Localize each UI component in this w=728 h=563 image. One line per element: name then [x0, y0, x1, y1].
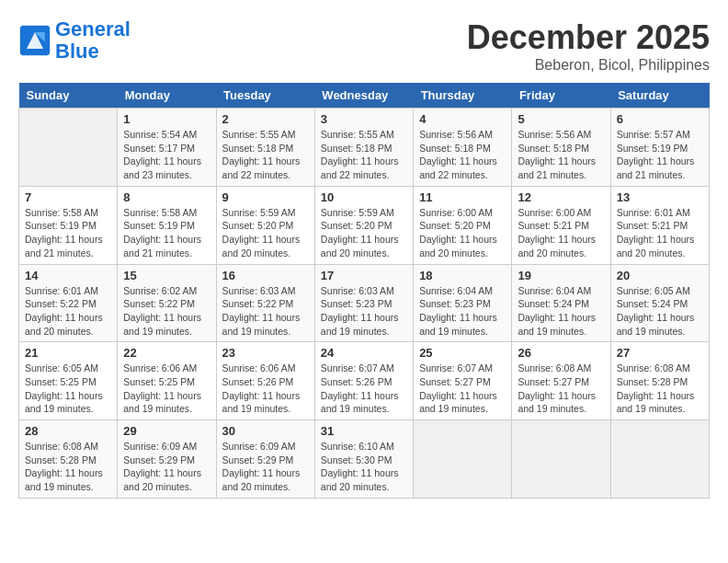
header-saturday: Saturday [610, 83, 709, 109]
logo-line1: General [55, 17, 131, 40]
page-header: General Blue December 2025 Beberon, Bico… [18, 18, 710, 74]
calendar-week-4: 21Sunrise: 6:05 AMSunset: 5:25 PMDayligh… [19, 342, 710, 420]
logo: General Blue [18, 18, 131, 63]
day-number: 2 [222, 112, 309, 126]
day-info: Sunrise: 6:09 AMSunset: 5:29 PMDaylight:… [123, 440, 210, 494]
day-info: Sunrise: 6:06 AMSunset: 5:25 PMDaylight:… [123, 362, 210, 416]
header-sunday: Sunday [19, 83, 118, 109]
calendar-cell [610, 420, 709, 499]
calendar-cell: 31Sunrise: 6:10 AMSunset: 5:30 PMDayligh… [314, 420, 413, 499]
calendar-cell: 6Sunrise: 5:57 AMSunset: 5:19 PMDaylight… [610, 109, 709, 187]
day-number: 15 [123, 269, 210, 282]
day-info: Sunrise: 6:08 AMSunset: 5:28 PMDaylight:… [617, 362, 703, 416]
day-number: 13 [617, 190, 703, 204]
day-info: Sunrise: 6:04 AMSunset: 5:24 PMDaylight:… [518, 284, 604, 339]
logo-icon [18, 24, 51, 57]
day-number: 12 [518, 190, 604, 204]
calendar-cell: 20Sunrise: 6:05 AMSunset: 5:24 PMDayligh… [610, 264, 709, 342]
day-info: Sunrise: 6:00 AMSunset: 5:21 PMDaylight:… [518, 206, 604, 260]
calendar-cell: 14Sunrise: 6:01 AMSunset: 5:22 PMDayligh… [19, 264, 118, 342]
day-number: 22 [123, 346, 210, 360]
calendar-cell: 17Sunrise: 6:03 AMSunset: 5:23 PMDayligh… [314, 264, 413, 342]
calendar-header-row: SundayMondayTuesdayWednesdayThursdayFrid… [19, 83, 710, 109]
day-info: Sunrise: 6:06 AMSunset: 5:26 PMDaylight:… [222, 362, 309, 416]
header-monday: Monday [118, 83, 216, 109]
day-info: Sunrise: 5:59 AMSunset: 5:20 PMDaylight:… [321, 206, 407, 260]
day-info: Sunrise: 6:03 AMSunset: 5:23 PMDaylight:… [321, 284, 407, 339]
day-number: 24 [321, 346, 407, 360]
day-number: 30 [222, 424, 309, 438]
day-number: 20 [617, 269, 703, 282]
calendar-cell: 18Sunrise: 6:04 AMSunset: 5:23 PMDayligh… [414, 264, 512, 342]
day-number: 9 [222, 190, 309, 204]
calendar-cell: 4Sunrise: 5:56 AMSunset: 5:18 PMDaylight… [414, 109, 512, 187]
header-thursday: Thursday [414, 83, 512, 109]
location-title: Beberon, Bicol, Philippines [467, 57, 710, 74]
calendar-week-1: 1Sunrise: 5:54 AMSunset: 5:17 PMDaylight… [19, 109, 710, 187]
header-tuesday: Tuesday [216, 83, 314, 109]
calendar-cell: 21Sunrise: 6:05 AMSunset: 5:25 PMDayligh… [19, 342, 118, 420]
day-info: Sunrise: 5:56 AMSunset: 5:18 PMDaylight:… [518, 128, 604, 182]
day-number: 25 [419, 346, 506, 360]
calendar-week-2: 7Sunrise: 5:58 AMSunset: 5:19 PMDaylight… [19, 186, 710, 264]
calendar-cell: 1Sunrise: 5:54 AMSunset: 5:17 PMDaylight… [118, 109, 216, 187]
day-info: Sunrise: 5:55 AMSunset: 5:18 PMDaylight:… [321, 128, 407, 182]
day-info: Sunrise: 6:09 AMSunset: 5:29 PMDaylight:… [222, 440, 309, 494]
day-info: Sunrise: 5:57 AMSunset: 5:19 PMDaylight:… [617, 128, 703, 182]
day-number: 7 [25, 190, 111, 204]
calendar-cell: 3Sunrise: 5:55 AMSunset: 5:18 PMDaylight… [314, 109, 413, 187]
day-number: 8 [123, 190, 210, 204]
calendar-cell: 5Sunrise: 5:56 AMSunset: 5:18 PMDaylight… [512, 109, 610, 187]
day-number: 5 [518, 112, 604, 126]
day-info: Sunrise: 6:08 AMSunset: 5:27 PMDaylight:… [518, 362, 604, 416]
day-number: 14 [25, 269, 111, 282]
calendar-cell: 26Sunrise: 6:08 AMSunset: 5:27 PMDayligh… [512, 342, 610, 420]
calendar-cell: 9Sunrise: 5:59 AMSunset: 5:20 PMDaylight… [216, 186, 314, 264]
calendar-cell: 23Sunrise: 6:06 AMSunset: 5:26 PMDayligh… [216, 342, 314, 420]
day-number: 19 [518, 269, 604, 282]
calendar-cell: 27Sunrise: 6:08 AMSunset: 5:28 PMDayligh… [610, 342, 709, 420]
title-block: December 2025 Beberon, Bicol, Philippine… [467, 18, 710, 74]
day-info: Sunrise: 5:59 AMSunset: 5:20 PMDaylight:… [222, 206, 309, 260]
calendar-table: SundayMondayTuesdayWednesdayThursdayFrid… [18, 83, 710, 499]
day-info: Sunrise: 6:00 AMSunset: 5:20 PMDaylight:… [419, 206, 506, 260]
day-number: 28 [25, 424, 111, 438]
calendar-cell: 2Sunrise: 5:55 AMSunset: 5:18 PMDaylight… [216, 109, 314, 187]
day-info: Sunrise: 6:05 AMSunset: 5:25 PMDaylight:… [25, 362, 111, 416]
calendar-cell: 13Sunrise: 6:01 AMSunset: 5:21 PMDayligh… [610, 186, 709, 264]
day-info: Sunrise: 6:10 AMSunset: 5:30 PMDaylight:… [321, 440, 407, 494]
calendar-cell [414, 420, 512, 499]
day-info: Sunrise: 6:04 AMSunset: 5:23 PMDaylight:… [419, 284, 506, 339]
day-info: Sunrise: 5:54 AMSunset: 5:17 PMDaylight:… [123, 128, 210, 182]
day-number: 10 [321, 190, 407, 204]
day-number: 23 [222, 346, 309, 360]
calendar-cell: 12Sunrise: 6:00 AMSunset: 5:21 PMDayligh… [512, 186, 610, 264]
calendar-cell [19, 109, 118, 187]
day-number: 31 [321, 424, 407, 438]
day-info: Sunrise: 6:07 AMSunset: 5:26 PMDaylight:… [321, 362, 407, 416]
calendar-cell: 16Sunrise: 6:03 AMSunset: 5:22 PMDayligh… [216, 264, 314, 342]
day-info: Sunrise: 6:01 AMSunset: 5:22 PMDaylight:… [25, 284, 111, 339]
day-info: Sunrise: 5:55 AMSunset: 5:18 PMDaylight:… [222, 128, 309, 182]
calendar-week-3: 14Sunrise: 6:01 AMSunset: 5:22 PMDayligh… [19, 264, 710, 342]
calendar-cell: 24Sunrise: 6:07 AMSunset: 5:26 PMDayligh… [314, 342, 413, 420]
day-number: 1 [123, 112, 210, 126]
day-number: 27 [617, 346, 703, 360]
calendar-cell: 29Sunrise: 6:09 AMSunset: 5:29 PMDayligh… [118, 420, 216, 499]
day-number: 11 [419, 190, 506, 204]
day-info: Sunrise: 5:58 AMSunset: 5:19 PMDaylight:… [123, 206, 210, 260]
day-info: Sunrise: 6:08 AMSunset: 5:28 PMDaylight:… [25, 440, 111, 494]
month-title: December 2025 [467, 18, 710, 57]
day-number: 21 [25, 346, 111, 360]
day-number: 29 [123, 424, 210, 438]
calendar-cell: 25Sunrise: 6:07 AMSunset: 5:27 PMDayligh… [414, 342, 512, 420]
logo-text: General Blue [55, 18, 131, 63]
calendar-cell [512, 420, 610, 499]
calendar-cell: 8Sunrise: 5:58 AMSunset: 5:19 PMDaylight… [118, 186, 216, 264]
calendar-cell: 15Sunrise: 6:02 AMSunset: 5:22 PMDayligh… [118, 264, 216, 342]
day-number: 16 [222, 269, 309, 282]
day-number: 3 [321, 112, 407, 126]
calendar-cell: 19Sunrise: 6:04 AMSunset: 5:24 PMDayligh… [512, 264, 610, 342]
day-info: Sunrise: 5:58 AMSunset: 5:19 PMDaylight:… [25, 206, 111, 260]
day-info: Sunrise: 6:05 AMSunset: 5:24 PMDaylight:… [617, 284, 703, 339]
